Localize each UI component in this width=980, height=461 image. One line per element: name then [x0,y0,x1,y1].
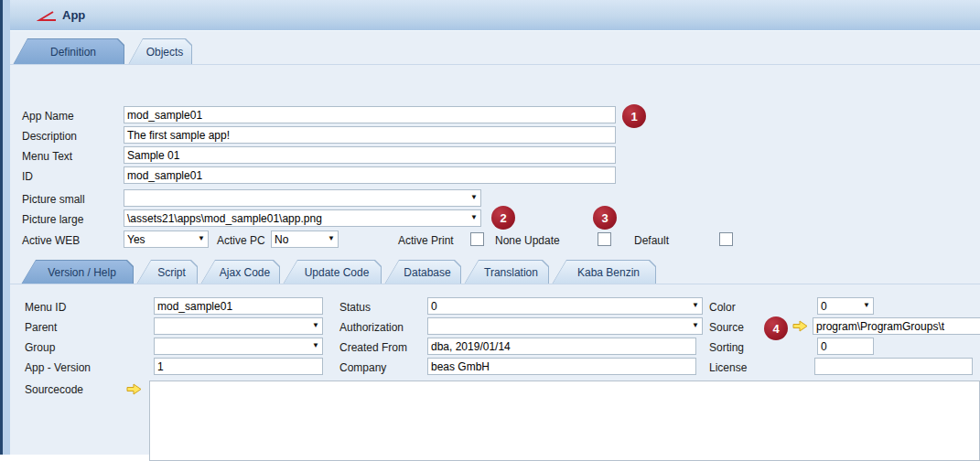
tab-objects[interactable]: Objects [128,38,192,65]
sorting-label: Sorting [709,341,744,354]
status-dropdown[interactable]: 0 ▼ [427,297,703,315]
group-label: Group [25,341,55,354]
window-title: App [62,8,85,22]
color-label: Color [709,301,736,314]
sourcecode-label: Sourcecode [25,383,83,396]
tab-label: Definition [13,38,124,65]
tab-label: Translation [464,260,549,284]
source-label: Source [709,321,744,334]
app-version-label: App - Version [25,361,91,374]
active-print-label: Active Print [398,234,454,247]
active-pc-label: Active PC [217,234,265,247]
tab-translation[interactable]: Translation [464,260,549,284]
description-input[interactable]: The first sample app! [124,126,616,144]
picture-small-label: Picture small [22,193,85,206]
app-name-label: App Name [22,110,74,123]
sub-tab-strip: Version / Help Script Ajax Code Update C… [21,260,656,284]
app-version-input[interactable]: 1 [154,358,323,375]
chevron-down-icon: ▼ [692,322,699,329]
tab-label: Update Code [283,260,382,284]
window-left-border-highlight [3,0,10,455]
chevron-down-icon: ▼ [312,322,319,329]
chevron-down-icon: ▼ [470,214,478,221]
active-pc-dropdown[interactable]: No ▼ [271,230,339,248]
active-print-checkbox[interactable] [470,232,484,246]
sourcecode-textarea[interactable] [149,381,980,461]
active-web-label: Active WEB [22,234,80,247]
default-checkbox[interactable] [719,232,733,246]
chevron-down-icon: ▼ [692,302,699,309]
none-update-checkbox[interactable] [598,232,611,246]
created-from-label: Created From [339,341,407,354]
id-label: ID [22,170,33,183]
tab-ajax-code[interactable]: Ajax Code [200,260,280,284]
main-tab-strip: Definition Objects [13,38,192,65]
app-window: App Definition Objects App Name mod_samp… [0,0,980,461]
menu-text-input[interactable]: Sample 01 [124,146,616,164]
id-input[interactable]: mod_sample01 [124,166,616,184]
active-web-value: Yes [127,233,145,246]
parent-dropdown[interactable]: ▼ [154,317,323,335]
picture-small-dropdown[interactable]: ▼ [124,189,481,207]
chevron-down-icon: ▼ [312,342,319,349]
none-update-label: None Update [495,234,560,247]
picture-large-dropdown[interactable]: \assets21\apps\mod_sample01\app.png ▼ [124,209,481,227]
sourcecode-link-arrow-icon[interactable] [126,383,142,395]
chevron-down-icon: ▼ [198,235,205,242]
tab-version-help[interactable]: Version / Help [21,260,134,284]
tab-label: Script [136,260,198,284]
authorization-dropdown[interactable]: ▼ [427,317,703,335]
tab-label: Database [384,260,461,284]
tab-label: Version / Help [21,260,134,284]
annotation-badge-1: 1 [622,104,646,128]
annotation-badge-3: 3 [593,206,617,230]
menu-text-label: Menu Text [22,150,72,163]
company-input[interactable]: beas GmbH [427,358,696,375]
status-value: 0 [431,300,437,313]
source-input[interactable]: program\ProgramGroups\t [813,317,980,335]
picture-large-label: Picture large [22,213,83,226]
license-input[interactable] [814,358,973,375]
app-name-input[interactable]: mod_sample01 [124,106,616,123]
tab-database[interactable]: Database [384,260,461,284]
color-value: 0 [821,300,827,313]
sorting-input[interactable]: 0 [817,338,874,355]
chevron-down-icon: ▼ [470,194,478,201]
tab-kaba-benzin[interactable]: Kaba Benzin [552,260,656,284]
source-link-arrow-icon[interactable] [792,320,808,332]
chevron-down-icon: ▼ [328,235,335,242]
created-from-input[interactable]: dba, 2019/01/14 [427,338,696,355]
menu-id-input[interactable]: mod_sample01 [154,297,323,315]
parent-label: Parent [25,321,57,334]
description-label: Description [22,130,77,143]
annotation-badge-2: 2 [491,206,515,230]
picture-large-value: \assets21\apps\mod_sample01\app.png [127,212,322,225]
license-label: License [709,361,747,374]
tab-label: Kaba Benzin [552,260,656,284]
tab-script[interactable]: Script [136,260,198,284]
annotation-badge-4: 4 [764,316,788,340]
group-dropdown[interactable]: ▼ [154,338,323,355]
title-bar[interactable] [0,0,980,31]
default-label: Default [634,234,669,247]
tab-label: Ajax Code [200,260,280,284]
tab-definition[interactable]: Definition [13,38,124,65]
active-web-dropdown[interactable]: Yes ▼ [124,230,209,248]
menu-id-label: Menu ID [25,301,66,314]
tab-update-code[interactable]: Update Code [283,260,382,284]
beas-logo-icon [37,9,59,24]
active-pc-value: No [275,233,288,246]
status-label: Status [339,301,371,314]
authorization-label: Authorization [339,321,404,334]
company-label: Company [339,361,386,374]
tab-label: Objects [128,38,192,65]
chevron-down-icon: ▼ [863,302,870,309]
color-dropdown[interactable]: 0 ▼ [817,297,874,315]
